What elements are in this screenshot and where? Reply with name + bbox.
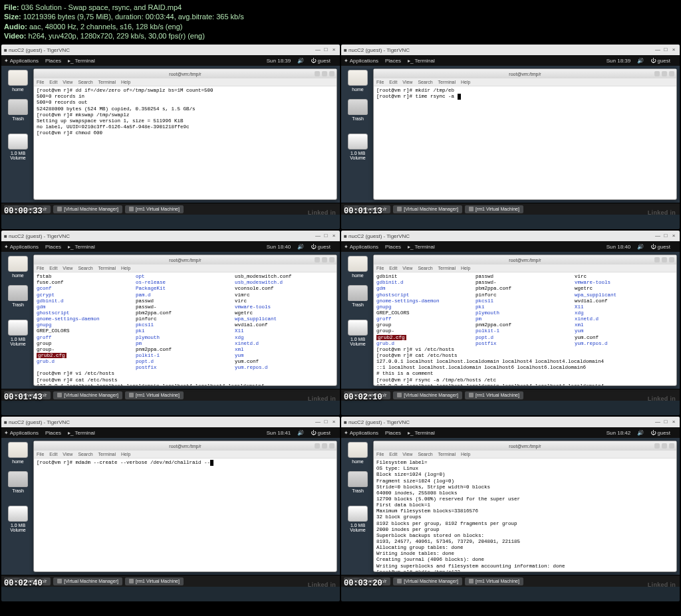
desktop-icon-trash[interactable]: Trash [3, 470, 33, 493]
desktop-icon-home[interactable]: home [3, 255, 33, 278]
terminal-body[interactable]: gdbinit gdbinit.d gdm ghostscript gnome-… [374, 272, 676, 385]
desktop-icon-volume[interactable]: 1.0 MB Volume [3, 504, 33, 532]
clock[interactable]: Sun 18:42 [607, 430, 630, 436]
close-icon[interactable]: × [670, 233, 677, 239]
task-vmm[interactable]: [Virtual Machine Manager] [53, 205, 122, 213]
term-menu-file[interactable]: File [376, 266, 384, 270]
term-menu-file[interactable]: File [37, 452, 44, 457]
user-indicator[interactable]: ⏻ guest [311, 244, 331, 250]
term-menu-edit[interactable]: Edit [389, 452, 397, 457]
volume-icon[interactable]: 🔊 [297, 244, 304, 250]
desktop-icon-trash[interactable]: Trash [342, 284, 373, 307]
desktop-icon-home[interactable]: home [342, 441, 373, 464]
menu-terminal[interactable]: ▸_ Terminal [68, 58, 95, 64]
minimize-icon[interactable]: — [315, 47, 321, 53]
menu-places[interactable]: Places [45, 430, 61, 436]
desktop-icon-home[interactable]: home [3, 68, 33, 92]
terminal-body[interactable]: [root@vm r]# mdadm --create --verbose /d… [34, 459, 337, 571]
term-menu-edit[interactable]: Edit [49, 80, 57, 84]
term-menu-edit[interactable]: Edit [49, 452, 57, 457]
terminal-body[interactable]: fstab fuse.conf gconf gcrypt gdbinit.d g… [34, 272, 337, 385]
terminal-titlebar[interactable]: root@vm:/tmp/r [374, 255, 676, 264]
close-icon[interactable]: × [670, 47, 677, 53]
term-menu-help[interactable]: Help [461, 452, 470, 457]
term-menu-view[interactable]: View [402, 452, 412, 457]
minimize-icon[interactable]: — [654, 233, 661, 239]
term-min-icon[interactable] [315, 443, 320, 449]
menu-applications[interactable]: ✦ Applications [344, 430, 378, 436]
menu-terminal[interactable]: ▸_ Terminal [408, 244, 435, 250]
term-menu-terminal[interactable]: Terminal [438, 266, 456, 270]
terminal-body[interactable]: [root@vm r]# dd if=/dev/zero of=/tmp/swa… [34, 86, 337, 199]
term-menu-help[interactable]: Help [461, 266, 470, 270]
menu-places[interactable]: Places [385, 244, 401, 250]
user-indicator[interactable]: ⏻ guest [650, 58, 670, 64]
volume-icon[interactable]: 🔊 [297, 430, 304, 436]
volume-icon[interactable]: 🔊 [637, 244, 644, 250]
terminal-titlebar[interactable]: root@vm:/tmp/r [374, 441, 676, 451]
task-vmm[interactable]: [Virtual Machine Manager] [53, 577, 122, 585]
close-icon[interactable]: × [331, 419, 337, 425]
term-max-icon[interactable] [662, 443, 667, 449]
term-min-icon[interactable] [654, 71, 660, 76]
term-close-icon[interactable] [329, 71, 335, 76]
desktop[interactable]: home Trash 1.0 MB Volume root@vm:/tmp/r … [341, 252, 680, 389]
term-menu-terminal[interactable]: Terminal [98, 80, 116, 84]
term-menu-edit[interactable]: Edit [389, 266, 397, 270]
term-max-icon[interactable] [322, 443, 327, 449]
term-menu-file[interactable]: File [37, 80, 44, 84]
term-min-icon[interactable] [654, 443, 660, 449]
menu-terminal[interactable]: ▸_ Terminal [408, 430, 435, 436]
desktop[interactable]: home Trash 1.0 MB Volume root@vm:/tmp/r … [1, 66, 340, 203]
user-indicator[interactable]: ⏻ guest [311, 58, 331, 64]
term-menu-file[interactable]: File [376, 80, 384, 84]
maximize-icon[interactable]: □ [662, 233, 669, 239]
maximize-icon[interactable]: □ [323, 233, 329, 239]
maximize-icon[interactable]: □ [662, 47, 669, 53]
term-menu-help[interactable]: Help [121, 80, 130, 84]
term-min-icon[interactable] [654, 257, 660, 262]
term-min-icon[interactable] [315, 71, 320, 76]
task-vm[interactable]: [rm1 Virtual Machine] [465, 391, 523, 399]
term-menu-search[interactable]: Search [78, 266, 92, 270]
task-vm[interactable]: [rm1 Virtual Machine] [465, 577, 523, 585]
task-vm[interactable]: [rm1 Virtual Machine] [465, 205, 523, 213]
terminal-body[interactable]: [root@vm r]# mkdir /tmp/eb[root@vm r]# t… [374, 86, 676, 199]
terminal-titlebar[interactable]: root@vm:/tmp/r [34, 69, 337, 78]
task-vm[interactable]: [rm1 Virtual Machine] [125, 391, 184, 399]
desktop-icon-volume[interactable]: 1.0 MB Volume [342, 132, 373, 160]
term-menu-search[interactable]: Search [78, 80, 92, 84]
desktop-icon-trash[interactable]: Trash [3, 284, 33, 307]
term-close-icon[interactable] [669, 257, 674, 262]
term-max-icon[interactable] [662, 71, 667, 76]
terminal-titlebar[interactable]: root@vm:/tmp/r [34, 441, 337, 451]
maximize-icon[interactable]: □ [323, 419, 329, 425]
menu-places[interactable]: Places [45, 244, 61, 250]
clock[interactable]: Sun 18:41 [267, 430, 291, 436]
minimize-icon[interactable]: — [654, 47, 661, 53]
user-indicator[interactable]: ⏻ guest [650, 244, 670, 250]
term-menu-view[interactable]: View [402, 80, 412, 84]
volume-icon[interactable]: 🔊 [637, 430, 644, 436]
clock[interactable]: Sun 18:40 [267, 244, 291, 250]
desktop-icon-volume[interactable]: 1.0 MB Volume [342, 318, 373, 346]
desktop-icon-home[interactable]: home [3, 441, 33, 464]
menu-places[interactable]: Places [385, 430, 401, 436]
term-max-icon[interactable] [662, 257, 667, 262]
desktop-icon-volume[interactable]: 1.0 MB Volume [342, 504, 373, 532]
term-menu-help[interactable]: Help [461, 80, 470, 84]
minimize-icon[interactable]: — [315, 419, 321, 425]
term-max-icon[interactable] [322, 257, 327, 262]
close-icon[interactable]: × [331, 47, 337, 53]
terminal-titlebar[interactable]: root@vm:/tmp/r [374, 69, 676, 78]
term-menu-terminal[interactable]: Terminal [438, 452, 456, 457]
task-vmm[interactable]: [Virtual Machine Manager] [393, 205, 462, 213]
menu-places[interactable]: Places [45, 58, 61, 64]
minimize-icon[interactable]: — [654, 419, 661, 425]
desktop-icon-volume[interactable]: 1.0 MB Volume [3, 318, 33, 346]
desktop-icon-trash[interactable]: Trash [342, 98, 373, 121]
term-close-icon[interactable] [329, 443, 335, 449]
term-menu-file[interactable]: File [37, 266, 44, 270]
task-vmm[interactable]: [Virtual Machine Manager] [393, 577, 462, 585]
term-menu-help[interactable]: Help [121, 452, 130, 457]
